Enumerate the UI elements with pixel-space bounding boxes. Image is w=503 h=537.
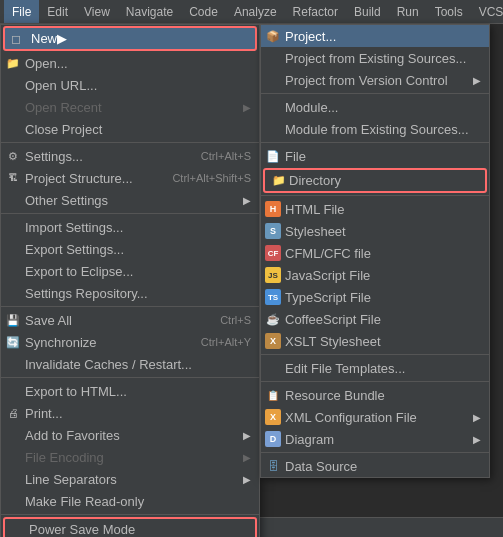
open-recent-arrow: ▶	[239, 102, 251, 113]
project-icon: 📦	[265, 28, 281, 44]
other-settings-label: Other Settings	[25, 193, 108, 208]
menu-build[interactable]: Build	[346, 0, 389, 23]
project-structure-label: Project Structure...	[25, 171, 133, 186]
stylesheet-label: Stylesheet	[285, 224, 346, 239]
menu-item-project-structure[interactable]: 🏗 Project Structure... Ctrl+Alt+Shift+S	[1, 167, 259, 189]
menu-item-file[interactable]: 📄 File	[261, 145, 489, 167]
new-icon: ◻	[11, 32, 27, 46]
menu-item-open-url[interactable]: Open URL...	[1, 74, 259, 96]
file-encoding-arrow: ▶	[239, 452, 251, 463]
open-recent-label: Open Recent	[25, 100, 102, 115]
project-structure-icon: 🏗	[5, 170, 21, 186]
menu-run[interactable]: Run	[389, 0, 427, 23]
menu-item-make-readonly[interactable]: Make File Read-only	[1, 490, 259, 512]
menu-code[interactable]: Code	[181, 0, 226, 23]
settings-repo-label: Settings Repository...	[25, 286, 148, 301]
xml-config-label: XML Configuration File	[285, 410, 417, 425]
menu-item-resource-bundle[interactable]: 📋 Resource Bundle	[261, 384, 489, 406]
menu-item-xml-config[interactable]: X XML Configuration File ▶	[261, 406, 489, 428]
separator-1	[1, 142, 259, 143]
menu-item-new[interactable]: ◻ New ▶	[3, 26, 257, 51]
menu-item-html-file[interactable]: H HTML File	[261, 198, 489, 220]
menu-item-edit-templates[interactable]: Edit File Templates...	[261, 357, 489, 379]
javascript-label: JavaScript File	[285, 268, 370, 283]
settings-label: Settings...	[25, 149, 83, 164]
menu-tools[interactable]: Tools	[427, 0, 471, 23]
menu-item-open[interactable]: 📁 Open...	[1, 52, 259, 74]
menu-analyze[interactable]: Analyze	[226, 0, 285, 23]
menu-item-data-source[interactable]: 🗄 Data Source	[261, 455, 489, 477]
project-vcs-arrow: ▶	[469, 75, 481, 86]
menu-navigate[interactable]: Navigate	[118, 0, 181, 23]
typescript-icon: TS	[265, 289, 281, 305]
separator-4	[1, 377, 259, 378]
menu-item-diagram[interactable]: D Diagram ▶	[261, 428, 489, 450]
menu-item-module[interactable]: Module...	[261, 96, 489, 118]
menu-item-synchronize[interactable]: 🔄 Synchronize Ctrl+Alt+Y	[1, 331, 259, 353]
menu-item-xslt[interactable]: X XSLT Stylesheet	[261, 330, 489, 352]
project-label: Project...	[285, 29, 336, 44]
settings-shortcut: Ctrl+Alt+S	[181, 150, 251, 162]
menu-item-export-html[interactable]: Export to HTML...	[1, 380, 259, 402]
menu-item-add-favorites[interactable]: Add to Favorites ▶	[1, 424, 259, 446]
new-sep-4	[261, 354, 489, 355]
menu-item-javascript[interactable]: JS JavaScript File	[261, 264, 489, 286]
menu-refactor[interactable]: Refactor	[285, 0, 346, 23]
new-sep-6	[261, 452, 489, 453]
menu-item-typescript[interactable]: TS TypeScript File	[261, 286, 489, 308]
menu-item-settings[interactable]: ⚙ Settings... Ctrl+Alt+S	[1, 145, 259, 167]
add-favorites-arrow: ▶	[239, 430, 251, 441]
menu-item-project-vcs[interactable]: Project from Version Control ▶	[261, 69, 489, 91]
menu-file[interactable]: File	[4, 0, 39, 23]
file-encoding-label: File Encoding	[25, 450, 104, 465]
resource-bundle-label: Resource Bundle	[285, 388, 385, 403]
open-icon: 📁	[5, 55, 21, 71]
menu-item-file-encoding[interactable]: File Encoding ▶	[1, 446, 259, 468]
typescript-label: TypeScript File	[285, 290, 371, 305]
separator-3	[1, 306, 259, 307]
menu-item-open-recent[interactable]: Open Recent ▶	[1, 96, 259, 118]
menu-item-save-all[interactable]: 💾 Save All Ctrl+S	[1, 309, 259, 331]
menu-item-export-eclipse[interactable]: Export to Eclipse...	[1, 260, 259, 282]
close-project-label: Close Project	[25, 122, 102, 137]
menu-vcs[interactable]: VCS	[471, 0, 503, 23]
open-label: Open...	[25, 56, 68, 71]
menu-item-print[interactable]: 🖨 Print...	[1, 402, 259, 424]
power-save-label: Power Save Mode	[29, 522, 135, 537]
menu-item-import-settings[interactable]: Import Settings...	[1, 216, 259, 238]
menu-item-line-separators[interactable]: Line Separators ▶	[1, 468, 259, 490]
menu-item-stylesheet[interactable]: S Stylesheet	[261, 220, 489, 242]
menu-item-project-existing[interactable]: Project from Existing Sources...	[261, 47, 489, 69]
directory-label: Directory	[289, 173, 341, 188]
invalidate-caches-label: Invalidate Caches / Restart...	[25, 357, 192, 372]
menu-item-coffeescript[interactable]: ☕ CoffeeScript File	[261, 308, 489, 330]
save-icon: 💾	[5, 312, 21, 328]
menu-bar: File Edit View Navigate Code Analyze Ref…	[0, 0, 503, 24]
menu-item-directory[interactable]: 📁 Directory	[263, 168, 487, 193]
new-sep-5	[261, 381, 489, 382]
menu-view[interactable]: View	[76, 0, 118, 23]
module-existing-label: Module from Existing Sources...	[285, 122, 469, 137]
project-structure-shortcut: Ctrl+Alt+Shift+S	[152, 172, 251, 184]
new-label: New	[31, 31, 57, 46]
menu-edit[interactable]: Edit	[39, 0, 76, 23]
print-icon: 🖨	[5, 405, 21, 421]
resource-icon: 📋	[265, 387, 281, 403]
cfml-icon: CF	[265, 245, 281, 261]
menu-item-close-project[interactable]: Close Project	[1, 118, 259, 140]
add-favorites-label: Add to Favorites	[25, 428, 120, 443]
menu-item-other-settings[interactable]: Other Settings ▶	[1, 189, 259, 211]
menu-item-export-settings[interactable]: Export Settings...	[1, 238, 259, 260]
menu-item-project[interactable]: 📦 Project...	[261, 25, 489, 47]
menu-item-power-save[interactable]: Power Save Mode	[3, 517, 257, 537]
diagram-arrow: ▶	[469, 434, 481, 445]
export-html-label: Export to HTML...	[25, 384, 127, 399]
project-vcs-label: Project from Version Control	[285, 73, 448, 88]
line-separators-arrow: ▶	[239, 474, 251, 485]
menu-item-module-existing[interactable]: Module from Existing Sources...	[261, 118, 489, 140]
dropdown-container: ◻ New ▶ 📁 Open... Open URL... Open Recen…	[0, 24, 260, 537]
menu-item-cfml[interactable]: CF CFML/CFC file	[261, 242, 489, 264]
file-label: File	[285, 149, 306, 164]
menu-item-invalidate-caches[interactable]: Invalidate Caches / Restart...	[1, 353, 259, 375]
menu-item-settings-repo[interactable]: Settings Repository...	[1, 282, 259, 304]
